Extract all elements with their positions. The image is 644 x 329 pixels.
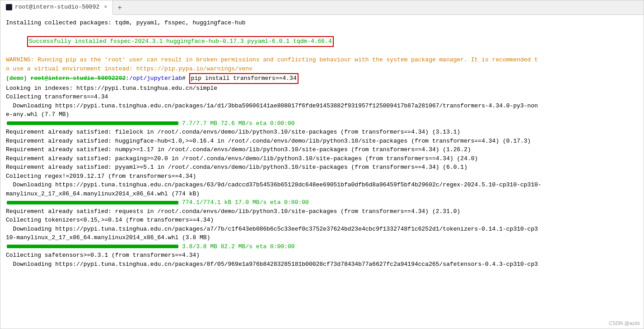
terminal-line: Downloading https://pypi.tuna.tsinghua.e… [6,225,638,234]
terminal-line: Requirement already satisfied: numpy>=1.… [6,145,638,154]
terminal-line: Requirement already satisfied: requests … [6,207,638,216]
terminal-line: Successfully installed fsspec-2024.3.1 h… [6,28,638,56]
progress-text-1: 7.7/7.7 MB 72.6 MB/s eta 0:00:00 [182,119,295,128]
terminal-window: root@intern-studio-50092 × + Installing … [0,0,644,329]
prompt-path: :/opt/jupyterlab [126,74,182,83]
terminal-output[interactable]: Installing collected packages: tqdm, pyy… [0,15,644,329]
terminal-line: Collecting transformers==4.34 [6,93,638,102]
new-tab-button[interactable]: + [113,0,126,15]
terminal-line: Collecting tokenizers<0.15,>=0.14 (from … [6,216,638,225]
terminal-line: Installing collected packages: tqdm, pyy… [6,19,638,28]
terminal-icon [6,4,12,10]
progress-bar-fill [7,121,178,125]
progress-text-3: 3.8/3.8 MB 82.2 MB/s eta 0:00:00 [182,242,295,251]
terminal-line: Looking in indexes: https://pypi.tuna.ts… [6,84,638,93]
watermark: CSDN @azds [609,320,640,327]
progress-bar-2: 774.1/774.1 kB 17.0 MB/s eta 0:00:00 [6,198,638,207]
terminal-line: Collecting regex!=2019.12.17 (from trans… [6,172,638,181]
prompt-hash: # [182,74,189,83]
terminal-line: 10-manylinux_2_17_x86_64.manylinux2014_x… [6,233,638,242]
prompt-user: root@intern-studio-50092202 [31,74,126,83]
terminal-line: Requirement already satisfied: packaging… [6,154,638,163]
terminal-line: e-any.whl (7.7 MB) [6,110,638,119]
progress-bar-fill [7,201,178,204]
success-box: Successfully installed fsspec-2024.3.1 h… [27,36,334,47]
terminal-prompt-line: (demo) root@intern-studio-50092202:/opt/… [6,73,638,84]
tab-bar: root@intern-studio-50092 × + [0,0,644,15]
progress-bar-3: 3.8/3.8 MB 82.2 MB/s eta 0:00:00 [6,242,638,251]
terminal-tab[interactable]: root@intern-studio-50092 × [0,0,113,15]
progress-bar-fill [7,245,178,248]
terminal-line: Downloading https://pypi.tuna.tsinghua.e… [6,260,638,269]
terminal-line: Downloading https://pypi.tuna.tsinghua.e… [6,102,638,111]
tab-title: root@intern-studio-50092 [15,4,99,10]
terminal-line: Collecting safetensors>=0.3.1 (from tran… [6,251,638,260]
terminal-line: Downloading https://pypi.tuna.tsinghua.e… [6,181,638,190]
prompt-demo: (demo) [6,74,31,83]
terminal-line: o use a virtual environment instead: htt… [6,65,638,74]
terminal-line: Requirement already satisfied: huggingfa… [6,137,638,146]
tab-close-button[interactable]: × [104,4,107,10]
command-box: pip install transformers==4.34 [189,73,299,84]
terminal-line: Requirement already satisfied: pyyaml>=5… [6,163,638,172]
terminal-line: manylinux_2_17_x86_64.manylinux2014_x86_… [6,190,638,199]
terminal-line: Requirement already satisfied: filelock … [6,128,638,137]
progress-bar-1: 7.7/7.7 MB 72.6 MB/s eta 0:00:00 [6,119,638,128]
terminal-line: WARNING: Running pip as the 'root' user … [6,56,638,65]
progress-text-2: 774.1/774.1 kB 17.0 MB/s eta 0:00:00 [182,198,309,207]
